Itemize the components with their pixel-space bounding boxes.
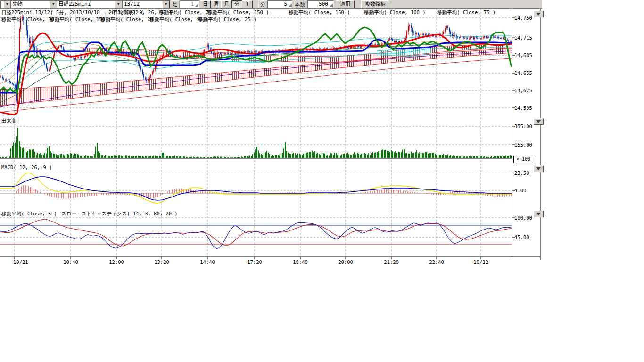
indicator-label-row1-4: 移動平均( Close, 150 ) — [289, 10, 350, 15]
x-axis-tick-2: 12:00 — [109, 260, 124, 265]
chevron-down-icon — [536, 167, 541, 170]
bars-label: 本数 — [292, 0, 307, 8]
combo-market-value: 先物 — [12, 1, 23, 7]
stoch-axis-tick-0: 100.00 — [514, 215, 532, 221]
multi-symbol-button[interactable]: 複数銘柄 — [361, 0, 389, 8]
stoch-panel-label: スロー・ストキャスティクス( 14, 3, 80, 20 ) — [61, 211, 178, 216]
chevron-down-icon[interactable]: ▼ — [50, 1, 57, 8]
macd-axis-tick-0: 23.50 — [514, 171, 529, 176]
chevron-down-icon[interactable]: ▼ — [162, 1, 170, 8]
button-tick[interactable]: T — [242, 0, 253, 8]
chevron-down-icon — [536, 213, 541, 215]
price-panel — [0, 14, 512, 115]
indicator-label-row1-3: 移動平均( Close, 150 ) — [207, 10, 269, 15]
indicator-label-row1-5: 移動平均( Close, 100 ) — [364, 10, 426, 15]
chevron-down-icon — [536, 13, 541, 16]
chart-canvas — [0, 0, 644, 362]
price-axis-tick-4: 14,625 — [514, 88, 532, 93]
x-axis-tick-0: 10/21 — [13, 260, 28, 265]
volume-panel-label: 出来高 — [1, 118, 17, 123]
price-axis-tick-0: 14,750 — [514, 16, 532, 21]
price-axis-tick-5: 14,595 — [514, 106, 532, 111]
macd-scale-dropdown[interactable] — [534, 165, 544, 172]
spinner-grip-icon[interactable] — [195, 3, 198, 7]
stoch-ma-label: 移動平均( Close, 5 ) — [1, 211, 57, 216]
ashi-label: 足 — [171, 0, 180, 8]
price-axis-tick-2: 14,685 — [514, 53, 532, 58]
price-scale-dropdown[interactable] — [534, 11, 544, 17]
volume-multiplier-box: × 100 — [513, 156, 533, 163]
x-axis-tick-1: 10:40 — [63, 260, 78, 265]
spinner-grip-icon[interactable] — [288, 3, 292, 7]
spinner-grip-icon[interactable] — [329, 3, 333, 7]
button-minute[interactable]: 分 — [231, 0, 242, 8]
combo-symbol-value: 日経225mini — [58, 1, 91, 7]
macd-panel-label: MACD( 12, 26, 9 ) — [1, 165, 52, 170]
x-axis-tick-3: 13:20 — [154, 260, 169, 265]
indicator-label-row1-6: 移動平均( Close, 75 ) — [437, 10, 495, 15]
combo-contract-value: 13/12 — [124, 1, 140, 7]
x-axis-tick-5: 17:20 — [247, 260, 262, 265]
x-axis-tick-8: 21:20 — [384, 260, 399, 265]
volume-scale-dropdown[interactable] — [534, 118, 544, 125]
minute-label: 分 — [258, 0, 267, 8]
minute-spinner[interactable]: 5 — [267, 0, 293, 8]
stoch-axis-tick-1: 45.00 — [514, 235, 529, 240]
combo-contract[interactable]: 13/12 ▼ — [122, 0, 170, 8]
button-weekly[interactable]: 週 — [211, 0, 222, 8]
ashi-count-value: 1 — [190, 1, 194, 7]
macd-panel — [0, 173, 512, 203]
minute-value: 5 — [284, 1, 287, 7]
button-monthly[interactable]: 月 — [221, 0, 232, 8]
indicator-label-row2-4: 移動平均( Close, 25 ) — [198, 17, 256, 22]
stoch-scale-dropdown[interactable] — [534, 211, 544, 217]
price-axis-tick-3: 14,655 — [514, 71, 532, 76]
macd-signal-line — [0, 173, 512, 203]
volume-axis-tick-0: 355.00 — [514, 124, 532, 129]
bars-spinner[interactable]: 500 — [307, 0, 334, 8]
stoch-k-line — [0, 222, 512, 248]
combo-market[interactable]: 先物 ▼ — [10, 0, 58, 8]
volume-axis-tick-1: 155.00 — [514, 142, 532, 148]
combo-symbol[interactable]: 日経225mini ▼ — [57, 0, 123, 8]
ashi-count-spinner[interactable]: 1 — [180, 0, 199, 8]
x-axis-tick-4: 14:40 — [200, 260, 215, 265]
x-axis-tick-9: 22:40 — [429, 260, 444, 265]
chevron-down-icon[interactable]: ▼ — [115, 1, 122, 8]
x-axis-tick-6: 18:40 — [293, 260, 308, 265]
price-axis-tick-1: 14,715 — [514, 35, 532, 41]
macd-axis-tick-1: 4.00 — [514, 188, 526, 193]
apply-button[interactable]: 適用 — [336, 0, 355, 8]
combo-stub[interactable]: ▼ — [0, 0, 11, 8]
volume-panel — [0, 128, 512, 158]
stoch-panel — [0, 219, 512, 249]
toolbar: ▼ 先物 ▼ 日経225mini ▼ 13/12 ▼ 足 1 日 週 月 分 T… — [0, 0, 542, 9]
bars-value: 500 — [319, 1, 328, 7]
x-axis-tick-7: 20:00 — [338, 260, 353, 265]
chevron-down-icon — [536, 120, 541, 123]
macd-line — [0, 177, 512, 200]
x-axis-tick-10: 10/22 — [473, 260, 488, 265]
button-daily[interactable]: 日 — [200, 0, 211, 8]
chevron-down-icon[interactable]: ▼ — [3, 1, 11, 8]
